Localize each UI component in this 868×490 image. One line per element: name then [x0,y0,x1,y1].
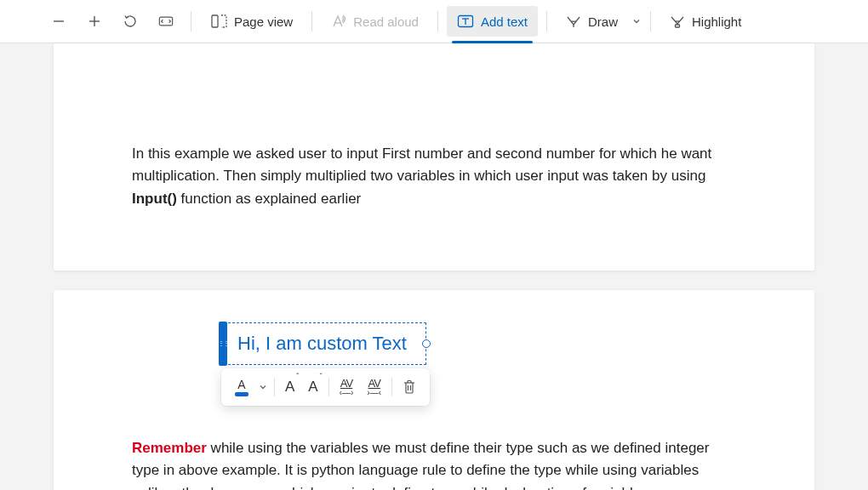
pdf-toolbar: Page view Read aloud Add text Draw Highl… [0,0,868,43]
chevron-down-icon [259,383,267,391]
fit-page-button[interactable] [150,6,182,37]
toolbar-separator [437,11,438,31]
toolbar-separator [546,11,547,31]
read-aloud-button[interactable]: Read aloud [321,6,429,37]
delete-text-button[interactable] [396,372,423,402]
highlight-icon [670,14,685,29]
minus-icon [52,14,66,28]
format-separator [328,378,329,396]
format-separator [274,378,275,396]
add-text-label: Add text [481,14,528,29]
toolbar-separator [650,11,651,31]
trash-icon [403,379,416,395]
page-view-label: Page view [234,14,293,29]
increase-spacing-button[interactable]: AV ‹—› [333,372,361,402]
svg-rect-12 [676,25,680,27]
svg-rect-4 [212,15,218,27]
zoom-out-button[interactable] [43,6,75,37]
letters-av: AV [368,378,380,389]
paragraph: In this example we asked user to input F… [132,143,736,210]
rotate-button[interactable] [114,6,146,37]
decrease-spacing-icon: AV ›—‹ [367,378,381,397]
text-color-icon: A [235,379,248,396]
zoom-in-button[interactable] [78,6,111,37]
text-color-button[interactable]: A [228,372,255,402]
increase-font-button[interactable]: A ˆ [278,372,301,402]
letters-av: AV [340,378,352,389]
color-swatch [235,392,248,396]
decrease-font-button[interactable]: A ˇ [301,372,324,402]
chevron-down-icon [632,17,641,26]
increase-font-icon: A ˆ [285,376,294,398]
page-view-button[interactable]: Page view [200,6,303,37]
page-view-icon [210,14,227,29]
text-format-toolbar: A A ˆ A ˇ AV ‹—› [221,368,430,406]
fit-width-icon [158,15,174,27]
draw-dropdown-chevron[interactable] [631,16,642,26]
letter-a: A [285,379,294,395]
toolbar-separator [311,11,312,31]
decrease-spacing-button[interactable]: AV ›—‹ [360,372,388,402]
move-handle-icon[interactable] [219,322,227,366]
highlight-label: Highlight [692,14,741,29]
add-text-button[interactable]: Add text [447,6,538,37]
decrease-font-icon: A ˇ [308,376,317,398]
highlight-button[interactable]: Highlight [660,6,751,37]
letter-a: A [237,379,245,390]
paragraph: Remember while using the variables we mu… [132,437,736,490]
pdf-page: Hi, I am custom Text A A ˆ A ˇ [54,290,814,490]
draw-button[interactable]: Draw [556,6,628,37]
increase-spacing-icon: AV ‹—› [340,378,354,397]
text-segment: function as explained earlier [177,191,361,207]
toolbar-separator [191,11,191,31]
text-segment: In this example we asked user to input F… [132,145,711,184]
add-text-icon [457,14,474,28]
text-bold: Input() [132,191,177,207]
resize-handle-icon[interactable] [422,339,431,348]
draw-icon [566,14,581,29]
added-text-box[interactable]: Hi, I am custom Text [220,322,426,365]
read-aloud-icon [331,14,346,29]
plus-icon [88,14,101,28]
text-color-dropdown[interactable] [255,372,271,402]
text-box-content[interactable]: Hi, I am custom Text [220,322,426,365]
rotate-icon [123,14,138,29]
draw-label: Draw [588,14,618,29]
pdf-page: In this example we asked user to input F… [54,43,814,271]
read-aloud-label: Read aloud [353,14,419,29]
letter-a: A [308,379,317,395]
format-separator [391,378,392,396]
text-segment: while using the variables we must define… [132,440,709,490]
text-emphasis: Remember [132,440,207,456]
arrow-in-icon: ›—‹ [367,389,381,397]
text-box-value[interactable]: Hi, I am custom Text [231,333,407,354]
arrow-out-icon: ‹—› [340,389,354,397]
